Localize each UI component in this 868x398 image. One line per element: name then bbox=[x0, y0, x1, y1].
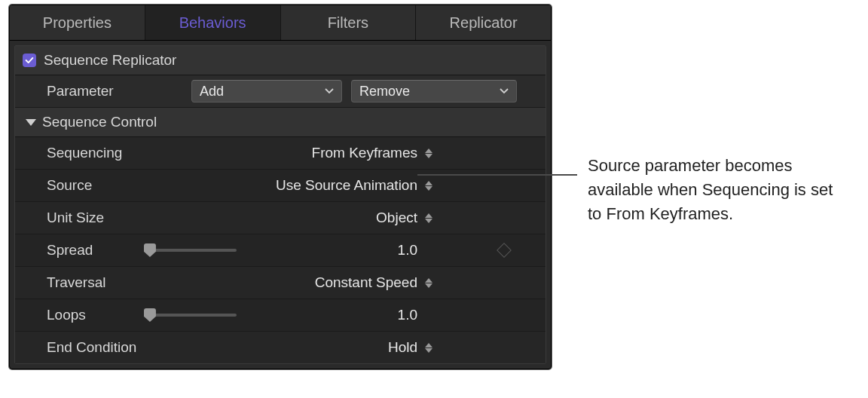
add-dropdown-label: Add bbox=[200, 84, 224, 100]
check-icon bbox=[24, 55, 35, 66]
loops-label: Loops bbox=[47, 307, 144, 323]
parameter-label: Parameter bbox=[47, 83, 182, 100]
inspector-body: Sequence Replicator Parameter Add Remove bbox=[14, 45, 546, 364]
tab-bar: Properties Behaviors Filters Replicator bbox=[10, 5, 551, 41]
traversal-stepper[interactable] bbox=[425, 278, 432, 288]
source-label: Source bbox=[47, 177, 212, 194]
keyframe-diamond-icon[interactable] bbox=[497, 243, 512, 258]
callout-leader-line bbox=[417, 174, 577, 176]
end-condition-label: End Condition bbox=[47, 339, 212, 356]
callout-text: Source parameter becomes available when … bbox=[588, 154, 844, 226]
remove-dropdown-label: Remove bbox=[359, 84, 410, 100]
sequencing-label: Sequencing bbox=[47, 145, 212, 161]
loops-value[interactable]: 1.0 bbox=[398, 307, 417, 323]
row-end-condition: End Condition Hold bbox=[15, 332, 546, 363]
loops-slider[interactable] bbox=[144, 314, 237, 317]
tab-properties[interactable]: Properties bbox=[10, 5, 145, 40]
remove-dropdown[interactable]: Remove bbox=[351, 80, 517, 103]
source-stepper[interactable] bbox=[425, 181, 432, 191]
traversal-value[interactable]: Constant Speed bbox=[315, 274, 417, 291]
sequencing-value[interactable]: From Keyframes bbox=[312, 145, 417, 161]
unit-size-label: Unit Size bbox=[47, 210, 212, 226]
end-condition-value[interactable]: Hold bbox=[388, 339, 417, 356]
section-header[interactable]: Sequence Control bbox=[15, 108, 546, 137]
tab-filters[interactable]: Filters bbox=[281, 5, 417, 40]
add-dropdown[interactable]: Add bbox=[191, 80, 342, 103]
spread-label: Spread bbox=[47, 242, 144, 259]
row-traversal: Traversal Constant Speed bbox=[15, 267, 546, 299]
row-loops: Loops 1.0 bbox=[15, 299, 546, 332]
disclosure-triangle-icon bbox=[26, 119, 36, 126]
inspector-panel: Properties Behaviors Filters Replicator … bbox=[9, 5, 552, 369]
row-unit-size: Unit Size Object bbox=[15, 202, 546, 234]
spread-value[interactable]: 1.0 bbox=[398, 242, 417, 259]
chevron-down-icon bbox=[500, 88, 509, 94]
chevron-down-icon bbox=[325, 88, 334, 94]
tab-behaviors[interactable]: Behaviors bbox=[145, 5, 281, 40]
unit-size-stepper[interactable] bbox=[425, 213, 432, 223]
parameter-row: Parameter Add Remove bbox=[15, 75, 546, 108]
behavior-header: Sequence Replicator bbox=[15, 46, 546, 75]
spread-slider[interactable] bbox=[144, 249, 237, 252]
section-title: Sequence Control bbox=[42, 114, 157, 130]
row-spread: Spread 1.0 bbox=[15, 234, 546, 267]
unit-size-value[interactable]: Object bbox=[376, 210, 417, 226]
sequencing-stepper[interactable] bbox=[425, 148, 432, 158]
traversal-label: Traversal bbox=[47, 274, 212, 291]
row-sequencing: Sequencing From Keyframes bbox=[15, 137, 546, 170]
source-value[interactable]: Use Source Animation bbox=[276, 177, 417, 194]
slider-thumb-icon bbox=[144, 308, 156, 322]
behavior-title: Sequence Replicator bbox=[44, 52, 176, 69]
enable-checkbox[interactable] bbox=[23, 54, 36, 67]
slider-thumb-icon bbox=[144, 243, 156, 257]
end-condition-stepper[interactable] bbox=[425, 343, 432, 353]
tab-replicator[interactable]: Replicator bbox=[416, 5, 551, 40]
